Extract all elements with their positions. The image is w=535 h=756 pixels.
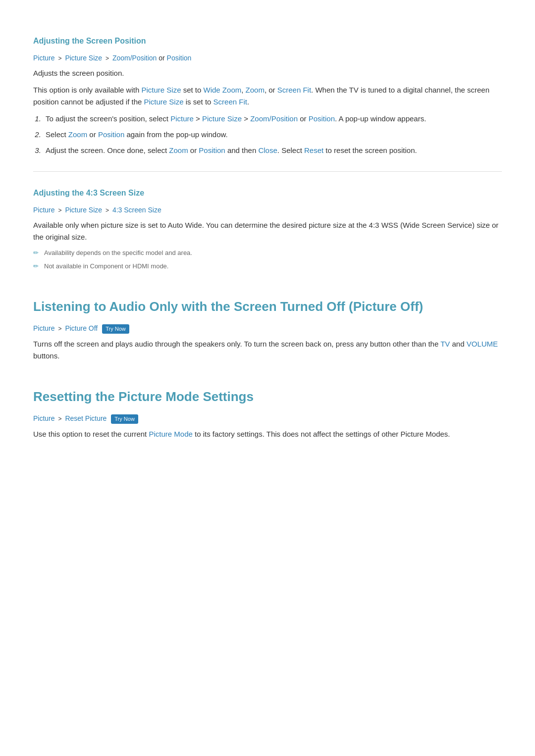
- link-wide-zoom[interactable]: Wide Zoom: [204, 86, 242, 94]
- paragraph-adjusts-screen: Adjusts the screen position.: [33, 67, 502, 79]
- breadcrumb-picture-link-3[interactable]: Picture: [33, 324, 55, 332]
- breadcrumb-reset-picture: Picture > Reset Picture Try Now: [33, 413, 502, 424]
- link-screen-fit-2[interactable]: Screen Fit: [214, 98, 247, 106]
- chevron-icon-6: >: [58, 415, 61, 422]
- breadcrumb-picture-link-4[interactable]: Picture: [33, 414, 55, 422]
- ordered-list-screen-position: To adjust the screen's position, select …: [43, 113, 502, 156]
- list-item-2: Select Zoom or Position again from the p…: [43, 129, 502, 141]
- link-zoom-position-ol1[interactable]: Zoom/Position: [250, 114, 298, 123]
- paragraph-screen-position-desc: This option is only available with Pictu…: [33, 84, 502, 108]
- breadcrumb-picture-size-link-1[interactable]: Picture Size: [65, 54, 102, 62]
- link-reset-ol3[interactable]: Reset: [304, 146, 323, 154]
- link-position-ol2[interactable]: Position: [98, 130, 124, 139]
- breadcrumb-picture-size-link-2[interactable]: Picture Size: [65, 206, 102, 214]
- link-picture-size-1[interactable]: Picture Size: [141, 86, 181, 94]
- try-now-badge-2[interactable]: Try Now: [111, 414, 138, 424]
- section-heading-screen-position: Adjusting the Screen Position: [33, 35, 502, 48]
- paragraph-audio-only-desc: Turns off the screen and plays audio thr…: [33, 338, 502, 362]
- paragraph-reset-picture-desc: Use this option to reset the current Pic…: [33, 428, 502, 440]
- list-item-3: Adjust the screen. Once done, select Zoo…: [43, 145, 502, 156]
- section-adjusting-screen-position: Adjusting the Screen Position Picture > …: [33, 35, 502, 156]
- link-position-ol1[interactable]: Position: [309, 114, 335, 123]
- breadcrumb-zoom-position-link[interactable]: Zoom/Position: [112, 54, 157, 62]
- note-item-1: Availability depends on the specific mod…: [33, 248, 502, 258]
- link-close-ol3[interactable]: Close: [258, 146, 277, 154]
- chevron-icon-5: >: [58, 325, 61, 332]
- breadcrumb-or-text-1: or: [159, 54, 166, 62]
- breadcrumb-reset-picture-link[interactable]: Reset Picture: [65, 414, 107, 422]
- breadcrumb-43-screen-size-link[interactable]: 4:3 Screen Size: [112, 206, 161, 214]
- section-heading-reset-picture: Resetting the Picture Mode Settings: [33, 387, 502, 407]
- section-adjusting-43-screen-size: Adjusting the 4:3 Screen Size Picture > …: [33, 187, 502, 272]
- chevron-icon-4: >: [106, 207, 109, 214]
- link-picture-ol1[interactable]: Picture: [170, 114, 194, 123]
- note-list-43: Availability depends on the specific mod…: [33, 248, 502, 272]
- breadcrumb-43-screen-size: Picture > Picture Size > 4:3 Screen Size: [33, 204, 502, 215]
- link-zoom-1[interactable]: Zoom: [246, 86, 265, 94]
- link-picture-size-2[interactable]: Picture Size: [144, 98, 184, 106]
- breadcrumb-picture-link-2[interactable]: Picture: [33, 206, 55, 214]
- try-now-badge-1[interactable]: Try Now: [102, 324, 129, 334]
- link-zoom-ol3[interactable]: Zoom: [169, 146, 188, 154]
- section-heading-43-screen-size: Adjusting the 4:3 Screen Size: [33, 187, 502, 200]
- note-item-2: Not available in Component or HDMI mode.: [33, 261, 502, 272]
- list-item-1: To adjust the screen's position, select …: [43, 113, 502, 125]
- link-picture-size-ol1[interactable]: Picture Size: [202, 114, 242, 123]
- breadcrumb-position-link-1[interactable]: Position: [167, 54, 192, 62]
- chevron-icon-3: >: [58, 207, 61, 214]
- section-heading-audio-only: Listening to Audio Only with the Screen …: [33, 297, 502, 317]
- link-volume[interactable]: VOLUME: [467, 340, 498, 348]
- chevron-icon-2: >: [106, 55, 109, 62]
- breadcrumb-picture-off-link[interactable]: Picture Off: [65, 324, 98, 332]
- divider-1: [33, 171, 502, 172]
- link-picture-mode[interactable]: Picture Mode: [149, 430, 192, 438]
- paragraph-43-desc: Available only when picture size is set …: [33, 219, 502, 243]
- chevron-icon-1: >: [58, 55, 61, 62]
- link-zoom-ol2[interactable]: Zoom: [68, 130, 87, 139]
- breadcrumb-picture-link-1[interactable]: Picture: [33, 54, 55, 62]
- link-tv[interactable]: TV: [440, 340, 450, 348]
- breadcrumb-audio-only: Picture > Picture Off Try Now: [33, 323, 502, 334]
- link-position-ol3[interactable]: Position: [199, 146, 225, 154]
- section-resetting-picture-mode: Resetting the Picture Mode Settings Pict…: [33, 387, 502, 440]
- link-screen-fit-1[interactable]: Screen Fit: [277, 86, 311, 94]
- section-listening-audio-only: Listening to Audio Only with the Screen …: [33, 297, 502, 362]
- breadcrumb-screen-position: Picture > Picture Size > Zoom/Position o…: [33, 52, 502, 63]
